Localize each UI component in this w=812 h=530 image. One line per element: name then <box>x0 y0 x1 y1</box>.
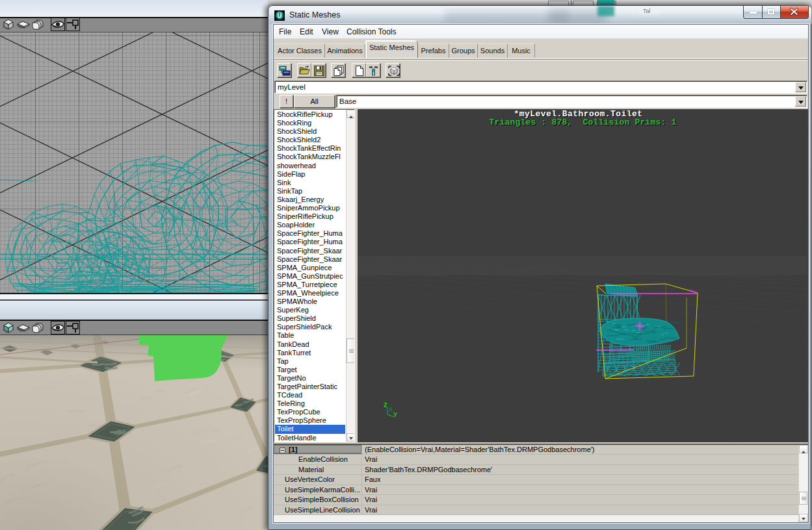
svg-text:Y: Y <box>393 412 397 419</box>
svg-text:Z: Z <box>384 402 387 409</box>
svg-text:X: X <box>389 407 393 414</box>
